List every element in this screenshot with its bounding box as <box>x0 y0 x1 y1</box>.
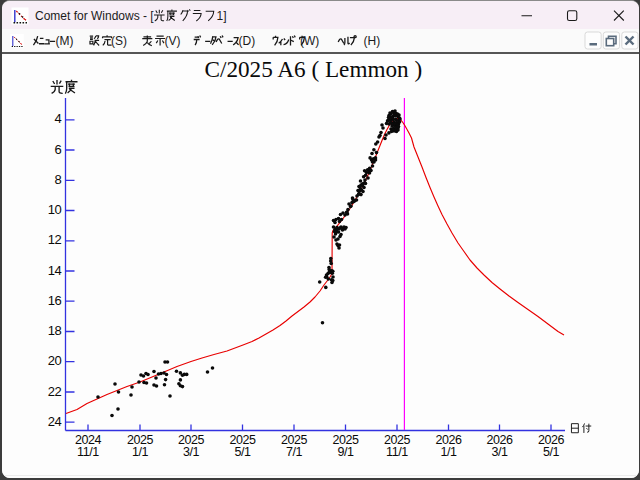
svg-text:(V): (V) <box>164 34 180 48</box>
svg-text:1/1: 1/1 <box>131 445 148 459</box>
svg-text:11/1: 11/1 <box>77 445 99 459</box>
svg-text:(H): (H) <box>363 34 380 48</box>
svg-text:5/1: 5/1 <box>542 445 559 459</box>
svg-text:3/1: 3/1 <box>491 445 508 459</box>
svg-text:22: 22 <box>47 384 61 399</box>
svg-text:1/1: 1/1 <box>440 445 457 459</box>
svg-text:6: 6 <box>54 142 61 157</box>
svg-text:7/1: 7/1 <box>285 445 302 459</box>
svg-text:20: 20 <box>47 353 61 368</box>
svg-text:(S): (S) <box>111 34 127 48</box>
svg-text:C/2025 A6 ( Lemmon ): C/2025 A6 ( Lemmon ) <box>204 56 422 82</box>
svg-text:8: 8 <box>54 172 61 187</box>
svg-text:16: 16 <box>47 293 61 308</box>
svg-text:4: 4 <box>54 111 61 126</box>
svg-text:(W): (W) <box>300 34 319 48</box>
svg-text:9/1: 9/1 <box>337 445 354 459</box>
svg-text:1]: 1] <box>216 9 226 23</box>
svg-text:(M): (M) <box>55 34 73 48</box>
svg-text:24: 24 <box>47 414 61 429</box>
svg-text:11/1: 11/1 <box>386 445 408 459</box>
svg-text:10: 10 <box>47 202 61 217</box>
svg-text:12: 12 <box>47 232 61 247</box>
svg-text:5/1: 5/1 <box>234 445 251 459</box>
svg-text:(D): (D) <box>238 34 255 48</box>
svg-text:14: 14 <box>47 263 61 278</box>
svg-text:18: 18 <box>47 323 61 338</box>
svg-text:3/1: 3/1 <box>182 445 199 459</box>
svg-text:Comet for Windows - [: Comet for Windows - [ <box>35 9 154 23</box>
